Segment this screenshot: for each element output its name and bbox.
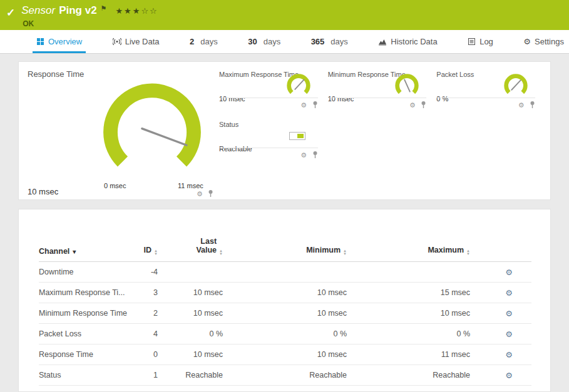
channel-last-value: Reachable [185, 371, 223, 379]
sort-icon[interactable]: ▲▼ [219, 249, 223, 256]
tab-label: Settings [535, 37, 564, 46]
min-response-time-card: Minimum Response Time 10 msec ⚙ [328, 71, 427, 111]
gear-icon[interactable]: ⚙ [409, 101, 416, 109]
historic-data-icon [378, 38, 387, 46]
channel-maximum: 10 msec [441, 309, 470, 318]
gauge-actions: ⚙ [219, 148, 318, 161]
gear-icon[interactable]: ⚙ [300, 101, 307, 109]
tab-historic-data[interactable]: Historic Data [374, 30, 441, 53]
channel-maximum: 11 msec [441, 350, 470, 359]
column-header-minimum[interactable]: Minimum▲▼ [306, 246, 347, 256]
table-row-downtime[interactable]: Downtime -4 ⚙ [39, 262, 531, 283]
gauge-actions: ⚙ [328, 98, 427, 111]
column-header-channel[interactable]: Channel▾ [39, 247, 133, 256]
channel-id: 3 [153, 288, 158, 297]
table-row-maximum-response-time[interactable]: Maximum Response Ti... 3 10 msec 10 msec… [39, 283, 531, 303]
sort-icon[interactable]: ▲▼ [466, 249, 470, 256]
channel-settings-icon[interactable]: ⚙ [505, 309, 531, 318]
column-label: Maximum [428, 246, 464, 254]
channel-name: Downtime [39, 268, 133, 276]
channels-panel: Channel▾ ID▲▼ Last Value▲▼ Minimum▲▼ Max… [18, 209, 551, 392]
pin-icon[interactable] [421, 99, 426, 110]
column-label: ID [144, 246, 152, 254]
tab-label-unit: days [200, 37, 217, 46]
packet-loss-card: Packet Loss 0 % ⚙ [436, 71, 535, 111]
sort-icon[interactable]: ▲▼ [343, 249, 347, 256]
max-response-time-gauge [284, 72, 313, 101]
tab-label-unit: days [264, 37, 280, 46]
gear-icon[interactable]: ⚙ [197, 190, 203, 198]
column-header-last-value[interactable]: Last Value▲▼ [184, 237, 223, 256]
gauge-min-label: 0 msec [104, 182, 126, 189]
pin-icon[interactable] [312, 99, 318, 110]
tab-label: Historic Data [391, 37, 437, 46]
channel-settings-icon[interactable]: ⚙ [505, 329, 531, 339]
channel-minimum: Reachable [309, 371, 347, 379]
response-time-gauge-title: Response Time [28, 69, 84, 79]
table-row-packet-loss[interactable]: Packet Loss 4 0 % 0 % 0 % ⚙ [39, 324, 531, 344]
pin-icon[interactable] [208, 188, 213, 199]
tab-label: Overview [48, 37, 82, 46]
channel-id: 0 [153, 350, 158, 359]
channel-last-value: 10 msec [193, 309, 223, 318]
gear-icon[interactable]: ⚙ [300, 151, 307, 159]
tab-live-data[interactable]: Live Data [109, 30, 163, 53]
tab-2-days[interactable]: 2days [186, 30, 222, 53]
channel-settings-icon[interactable]: ⚙ [505, 350, 531, 359]
gear-icon[interactable]: ⚙ [518, 101, 525, 109]
channel-name: Packet Loss [39, 329, 133, 338]
sensor-kicker: Sensor [21, 4, 55, 17]
channel-id: 4 [153, 329, 158, 338]
status-indicator [289, 132, 305, 140]
overview-icon [36, 38, 44, 46]
channel-settings-icon[interactable]: ⚙ [505, 371, 531, 380]
tab-settings[interactable]: ⚙ Settings [520, 30, 568, 53]
channel-id: 2 [153, 309, 158, 318]
channel-id: 1 [153, 371, 158, 379]
tab-label-unit: days [331, 37, 347, 46]
column-header-id[interactable]: ID▲▼ [144, 246, 158, 256]
sort-icon[interactable]: ▲▼ [154, 249, 158, 256]
status-on-block [297, 134, 304, 138]
channel-name: Maximum Response Ti... [39, 288, 133, 297]
table-row-minimum-response-time[interactable]: Minimum Response Time 2 10 msec 10 msec … [39, 303, 531, 324]
channel-maximum: Reachable [433, 371, 470, 379]
flag-icon[interactable]: ⚑ [101, 4, 107, 13]
table-row-status[interactable]: Status 1 Reachable Reachable Reachable ⚙ [39, 365, 531, 386]
priority-stars[interactable]: ★★★☆☆ [115, 6, 158, 16]
channel-minimum: 0 % [333, 329, 347, 338]
channel-minimum: 10 msec [317, 288, 347, 297]
gauge-actions: ⚙ [436, 98, 535, 111]
channel-settings-icon[interactable]: ⚙ [505, 268, 531, 277]
channels-table: Channel▾ ID▲▼ Last Value▲▼ Minimum▲▼ Max… [39, 234, 531, 386]
channel-id: -4 [151, 268, 158, 276]
channel-minimum: 10 msec [317, 309, 347, 318]
sensor-status-badge: OK [23, 19, 158, 28]
column-header-maximum[interactable]: Maximum▲▼ [428, 246, 470, 256]
channel-minimum: 10 msec [317, 350, 347, 359]
table-row-response-time[interactable]: Response Time 0 10 msec 10 msec 11 msec … [39, 344, 531, 365]
mini-gauges: Maximum Response Time 10 msec ⚙ Minimum … [219, 71, 535, 161]
min-response-time-gauge [392, 72, 421, 101]
pin-icon[interactable] [312, 149, 318, 160]
sensor-header: ✓ Sensor Ping v2 ⚑ ★★★☆☆ OK [0, 0, 569, 30]
status-card: Status Reachable ⚙ [219, 121, 318, 161]
tab-label: 2 [190, 37, 194, 46]
sort-caret-icon[interactable]: ▾ [73, 248, 76, 255]
gauge-actions: ⚙ [219, 98, 318, 111]
tab-30-days[interactable]: 30days [244, 30, 284, 53]
tab-label: Live Data [125, 37, 160, 46]
channel-settings-icon[interactable]: ⚙ [505, 288, 531, 298]
tab-365-days[interactable]: 365days [307, 30, 352, 53]
column-label: Channel [39, 247, 69, 256]
channel-maximum: 15 msec [441, 288, 470, 297]
pin-icon[interactable] [530, 99, 535, 110]
channel-last-value: 10 msec [193, 288, 223, 297]
tab-overview[interactable]: Overview [33, 30, 86, 53]
packet-loss-gauge [501, 72, 530, 101]
sensor-title-block: Sensor Ping v2 ⚑ ★★★☆☆ OK [21, 4, 158, 30]
tab-log[interactable]: Log [464, 30, 497, 53]
status-title: Status [219, 121, 318, 128]
settings-gear-icon: ⚙ [523, 37, 531, 46]
sensor-title: Ping v2 [59, 4, 96, 17]
